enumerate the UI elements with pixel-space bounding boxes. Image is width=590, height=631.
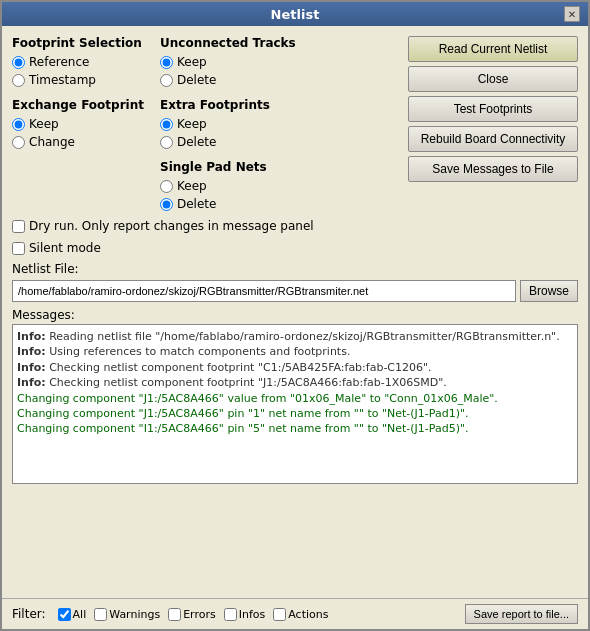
keep-exchange-radio-row[interactable]: Keep — [12, 116, 144, 132]
silent-mode-checkbox-row[interactable]: Silent mode — [12, 240, 578, 256]
dry-run-checkbox-row[interactable]: Dry run. Only report changes in message … — [12, 218, 314, 234]
keep-uc-label: Keep — [177, 55, 207, 69]
delete-ef-radio-row[interactable]: Delete — [160, 134, 296, 150]
keep-exchange-label: Keep — [29, 117, 59, 131]
timestamp-radio-row[interactable]: Timestamp — [12, 72, 144, 88]
footprint-selection-title: Footprint Selection — [12, 36, 144, 50]
checkboxes-section: Dry run. Only report changes in message … — [12, 218, 578, 234]
reference-label: Reference — [29, 55, 89, 69]
filter-warnings-row[interactable]: Warnings — [94, 608, 160, 621]
change-exchange-label: Change — [29, 135, 75, 149]
silent-mode-checkbox[interactable] — [12, 242, 25, 255]
delete-ef-label: Delete — [177, 135, 216, 149]
silent-mode-label: Silent mode — [29, 241, 101, 255]
filter-all-row[interactable]: All — [58, 608, 87, 621]
title-bar: Netlist ✕ — [2, 2, 588, 26]
netlist-input-row: Browse — [12, 280, 578, 302]
filter-infos-label: Infos — [239, 608, 266, 621]
browse-button[interactable]: Browse — [520, 280, 578, 302]
keep-ef-label: Keep — [177, 117, 207, 131]
filter-warnings-label: Warnings — [109, 608, 160, 621]
filter-errors-label: Errors — [183, 608, 216, 621]
msg-line-6: Changing component "J1:/5AC8A466" pin "1… — [17, 406, 573, 421]
exchange-footprint-title: Exchange Footprint — [12, 98, 144, 112]
reference-radio[interactable] — [12, 56, 25, 69]
msg-line-2: Info: Using references to match componen… — [17, 344, 573, 359]
keep-sp-radio-row[interactable]: Keep — [160, 178, 296, 194]
test-footprints-button[interactable]: Test Footprints — [408, 96, 578, 122]
extra-footprints-group: Extra Footprints Keep Delete — [160, 98, 296, 150]
col2: Unconnected Tracks Keep Delete Extra Foo… — [160, 36, 296, 212]
close-icon: ✕ — [568, 9, 576, 20]
msg-line-1: Info: Reading netlist file "/home/fablab… — [17, 329, 573, 344]
filter-actions-label: Actions — [288, 608, 328, 621]
footprint-selection-group: Footprint Selection Reference Timestamp — [12, 36, 144, 88]
netlist-file-label: Netlist File: — [12, 262, 578, 276]
change-exchange-radio-row[interactable]: Change — [12, 134, 144, 150]
messages-section: Messages: Info: Reading netlist file "/h… — [12, 308, 578, 588]
filter-infos-row[interactable]: Infos — [224, 608, 266, 621]
delete-sp-radio[interactable] — [160, 198, 173, 211]
keep-sp-radio[interactable] — [160, 180, 173, 193]
read-current-netlist-button[interactable]: Read Current Netlist — [408, 36, 578, 62]
msg-line-4: Info: Checking netlist component footpri… — [17, 375, 573, 390]
extra-footprints-title: Extra Footprints — [160, 98, 296, 112]
silent-mode-row: Silent mode — [12, 240, 578, 256]
filter-actions-checkbox[interactable] — [273, 608, 286, 621]
close-window-button[interactable]: ✕ — [564, 6, 580, 22]
netlist-file-section: Netlist File: Browse — [12, 262, 578, 302]
filter-all-checkbox[interactable] — [58, 608, 71, 621]
keep-ef-radio-row[interactable]: Keep — [160, 116, 296, 132]
reference-radio-row[interactable]: Reference — [12, 54, 144, 70]
delete-uc-radio-row[interactable]: Delete — [160, 72, 296, 88]
close-button[interactable]: Close — [408, 66, 578, 92]
keep-exchange-radio[interactable] — [12, 118, 25, 131]
msg-line-7: Changing component "I1:/5AC8A466" pin "5… — [17, 421, 573, 436]
keep-ef-radio[interactable] — [160, 118, 173, 131]
top-section: Footprint Selection Reference Timestamp … — [12, 36, 578, 212]
timestamp-radio[interactable] — [12, 74, 25, 87]
delete-sp-label: Delete — [177, 197, 216, 211]
filter-infos-checkbox[interactable] — [224, 608, 237, 621]
unconnected-tracks-group: Unconnected Tracks Keep Delete — [160, 36, 296, 88]
dry-run-label: Dry run. Only report changes in message … — [29, 219, 314, 233]
keep-sp-label: Keep — [177, 179, 207, 193]
unconnected-tracks-title: Unconnected Tracks — [160, 36, 296, 50]
netlist-file-input[interactable] — [12, 280, 516, 302]
filter-errors-checkbox[interactable] — [168, 608, 181, 621]
footer-bar: Filter: All Warnings Errors Infos Action… — [2, 598, 588, 629]
messages-box[interactable]: Info: Reading netlist file "/home/fablab… — [12, 324, 578, 484]
delete-sp-radio-row[interactable]: Delete — [160, 196, 296, 212]
filter-warnings-checkbox[interactable] — [94, 608, 107, 621]
delete-uc-radio[interactable] — [160, 74, 173, 87]
netlist-dialog: Netlist ✕ Footprint Selection Reference — [0, 0, 590, 631]
delete-ef-radio[interactable] — [160, 136, 173, 149]
left-options: Footprint Selection Reference Timestamp … — [12, 36, 398, 212]
timestamp-label: Timestamp — [29, 73, 96, 87]
filter-errors-row[interactable]: Errors — [168, 608, 216, 621]
save-report-button[interactable]: Save report to file... — [465, 604, 578, 624]
filter-all-label: All — [73, 608, 87, 621]
single-pad-nets-group: Single Pad Nets Keep Delete — [160, 160, 296, 212]
delete-uc-label: Delete — [177, 73, 216, 87]
window-title: Netlist — [271, 7, 320, 22]
rebuild-board-connectivity-button[interactable]: Rebuild Board Connectivity — [408, 126, 578, 152]
col1: Footprint Selection Reference Timestamp … — [12, 36, 144, 212]
change-exchange-radio[interactable] — [12, 136, 25, 149]
single-pad-nets-title: Single Pad Nets — [160, 160, 296, 174]
dry-run-checkbox[interactable] — [12, 220, 25, 233]
right-buttons: Read Current Netlist Close Test Footprin… — [408, 36, 578, 212]
messages-label: Messages: — [12, 308, 578, 322]
msg-line-3: Info: Checking netlist component footpri… — [17, 360, 573, 375]
filter-actions-row[interactable]: Actions — [273, 608, 328, 621]
exchange-footprint-group: Exchange Footprint Keep Change — [12, 98, 144, 150]
keep-uc-radio[interactable] — [160, 56, 173, 69]
main-content: Footprint Selection Reference Timestamp … — [2, 26, 588, 598]
filter-label: Filter: — [12, 607, 46, 621]
keep-uc-radio-row[interactable]: Keep — [160, 54, 296, 70]
save-messages-button[interactable]: Save Messages to File — [408, 156, 578, 182]
msg-line-5: Changing component "J1:/5AC8A466" value … — [17, 391, 573, 406]
